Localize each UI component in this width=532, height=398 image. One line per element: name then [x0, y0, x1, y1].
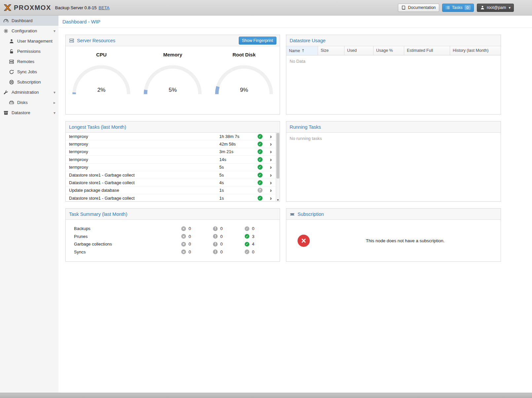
task-row[interactable]: Datastore store1 - Garbage collect1s✓›	[66, 194, 276, 202]
sidebar-item-label: Administration	[12, 90, 39, 95]
task-details-chevron-icon[interactable]: ›	[266, 164, 276, 170]
column-header-used[interactable]: Used	[344, 46, 373, 55]
task-row[interactable]: termproxy1h 38m 7s✓›	[66, 133, 276, 140]
server-resources-panel: Server Resources Show Fingerprint CPU2%M…	[65, 35, 280, 115]
status-ok-icon: ✓	[258, 173, 263, 178]
task-details-chevron-icon[interactable]: ›	[266, 134, 276, 139]
error-count: 0	[189, 234, 191, 239]
task-name: Datastore store1 - Garbage collect	[69, 196, 219, 201]
task-summary-label: Prunes	[74, 234, 181, 239]
longest-tasks-body: termproxy1h 38m 7s✓›termproxy42m 58s✓›te…	[66, 133, 280, 202]
task-name: Datastore store1 - Garbage collect	[69, 173, 219, 178]
task-duration: 14s	[219, 157, 254, 162]
task-details-chevron-icon[interactable]: ›	[266, 172, 276, 178]
ok-count-group: ✓0	[245, 226, 276, 231]
task-summary-row[interactable]: Backups×0!0✓0	[74, 225, 276, 233]
ok-count: 0	[252, 249, 254, 254]
caret-right-icon[interactable]: ▸	[53, 100, 55, 105]
status-ok-icon: ✓	[258, 134, 263, 139]
ok-circle-icon: ✓	[245, 242, 249, 247]
task-row[interactable]: termproxy14s✓›	[66, 156, 276, 163]
user-icon	[480, 5, 485, 10]
task-row[interactable]: Datastore store1 - Garbage collect4s✓›	[66, 179, 276, 186]
warning-count: 0	[220, 249, 223, 254]
task-name: termproxy	[69, 149, 219, 154]
sidebar-item-subscription[interactable]: Subscription	[0, 77, 58, 87]
caret-down-icon[interactable]: ▾	[53, 111, 55, 115]
sidebar-item-administration[interactable]: Administration▾	[0, 87, 58, 97]
user-menu-button[interactable]: root@pam ▾	[477, 4, 514, 12]
subscription-header: Subscription	[286, 209, 501, 220]
ok-count-group: ✓4	[245, 242, 276, 247]
warning-count-group: !0	[213, 226, 245, 231]
column-header-size[interactable]: Size	[318, 46, 344, 55]
warning-count: 0	[220, 242, 223, 247]
documentation-button[interactable]: Documentation	[398, 4, 439, 12]
task-list-icon	[445, 5, 450, 10]
sidebar-item-label: Permissions	[17, 49, 41, 54]
header-actions: Documentation Tasks 0 root@pam ▾	[398, 4, 514, 12]
show-fingerprint-button[interactable]: Show Fingerprint	[239, 37, 277, 45]
task-details-chevron-icon[interactable]: ›	[266, 187, 276, 193]
warning-count: 0	[220, 226, 223, 231]
datastore-usage-empty: No Data	[286, 55, 501, 67]
tachometer-icon	[3, 18, 9, 23]
beta-link[interactable]: BETA	[98, 5, 109, 10]
tasks-button[interactable]: Tasks 0	[442, 4, 474, 12]
caret-down-icon[interactable]: ▾	[53, 90, 55, 95]
longest-tasks-panel: Longest Tasks (last Month) termproxy1h 3…	[65, 121, 280, 202]
datastore-usage-header: Datastore Usage	[286, 35, 501, 46]
task-details-chevron-icon[interactable]: ›	[266, 149, 276, 154]
subscription-title: Subscription	[298, 212, 324, 217]
error-circle-icon: ×	[181, 226, 186, 231]
warning-circle-icon: !	[213, 249, 218, 254]
ok-circle-icon: ✓	[245, 249, 249, 254]
task-details-chevron-icon[interactable]: ›	[266, 180, 276, 185]
scrollbar[interactable]: ▾	[276, 133, 280, 202]
sidebar-item-datastore[interactable]: Datastore▾	[0, 108, 58, 118]
task-row[interactable]: termproxy42m 58s✓›	[66, 140, 276, 148]
caret-down-icon[interactable]: ▾	[53, 29, 55, 33]
dashboard-grid: Server Resources Show Fingerprint CPU2%M…	[58, 28, 532, 262]
warning-circle-icon: !	[213, 242, 218, 247]
task-row[interactable]: Update package database1s?›	[66, 187, 276, 194]
task-summary-panel: Task Summary (last Month) Backups×0!0✓0P…	[65, 208, 280, 262]
task-details-chevron-icon[interactable]: ›	[266, 141, 276, 147]
task-summary-row[interactable]: Prunes×0!0✓3	[74, 233, 276, 241]
task-name: Update package database	[69, 188, 219, 193]
task-duration: 1s	[219, 196, 254, 201]
scroll-down-button[interactable]: ▾	[276, 198, 280, 202]
task-duration: 5s	[219, 165, 254, 170]
task-row[interactable]: termproxy5s✓›	[66, 164, 276, 171]
error-count-group: ×0	[181, 249, 213, 254]
sidebar-item-user-management[interactable]: User Management	[0, 36, 58, 46]
sidebar-item-remotes[interactable]: Remotes	[0, 56, 58, 67]
column-header-usage[interactable]: Usage %	[373, 46, 404, 55]
task-summary-row[interactable]: Garbage collections×0!0✓4	[74, 240, 276, 248]
sidebar-item-configuration[interactable]: Configuration▾	[0, 26, 58, 36]
user-icon	[9, 39, 14, 44]
task-summary-row[interactable]: Syncs×0!0✓0	[74, 248, 276, 256]
task-details-chevron-icon[interactable]: ›	[266, 157, 276, 162]
task-summary-list: Backups×0!0✓0Prunes×0!0✓3Garbage collect…	[66, 220, 280, 256]
wrench-icon	[3, 90, 9, 95]
user-label: root@pam	[487, 5, 506, 10]
task-details-chevron-icon[interactable]: ›	[266, 195, 276, 201]
sidebar-item-permissions[interactable]: Permissions	[0, 46, 58, 56]
error-count: 0	[189, 226, 191, 231]
brand-wordmark: PROXMOX	[14, 4, 51, 12]
sidebar-item-disks[interactable]: Disks▸	[0, 97, 58, 108]
sidebar-item-dashboard[interactable]: Dashboard	[0, 16, 58, 26]
column-header-name[interactable]: Name↑	[286, 46, 318, 55]
status-ok-icon: ✓	[258, 157, 263, 162]
task-name: termproxy	[69, 134, 219, 139]
column-header-estimated-full[interactable]: Estimated Full	[404, 46, 450, 55]
column-header-history-last-month[interactable]: History (last Month)	[450, 46, 501, 55]
gauge-cpu: CPU2%	[72, 52, 131, 96]
subscription-message: This node does not have a subscription.	[310, 238, 501, 243]
task-row[interactable]: termproxy3m 21s✓›	[66, 148, 276, 156]
warning-count-group: !0	[213, 249, 245, 254]
task-row[interactable]: Datastore store1 - Garbage collect5s✓›	[66, 171, 276, 179]
scrollbar-thumb[interactable]	[276, 133, 279, 179]
sidebar-item-sync-jobs[interactable]: Sync Jobs	[0, 67, 58, 77]
